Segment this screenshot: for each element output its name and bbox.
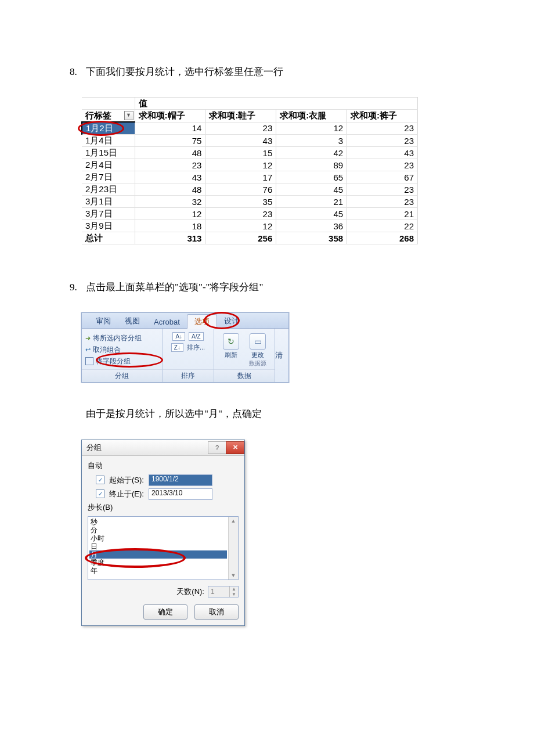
table-row[interactable]: 1月15日48154243 bbox=[82, 147, 418, 159]
start-date-input[interactable]: 1900/1/2 bbox=[149, 474, 212, 486]
pivot-value-cell[interactable]: 23 bbox=[347, 135, 418, 147]
row-date-label[interactable]: 2月23日 bbox=[82, 183, 135, 196]
row-date-label[interactable]: 3月7日 bbox=[82, 208, 135, 220]
end-date-input[interactable]: 2013/3/10 bbox=[149, 488, 212, 500]
pivot-value-cell[interactable]: 23 bbox=[135, 159, 205, 171]
pivot-value-cell[interactable]: 14 bbox=[135, 122, 205, 135]
row-date-label[interactable]: 2月7日 bbox=[82, 171, 135, 183]
pivot-value-cell[interactable]: 23 bbox=[205, 208, 276, 220]
sort-dialog-button[interactable]: 排序... bbox=[187, 343, 205, 352]
table-row[interactable]: 1月4日7543323 bbox=[82, 135, 418, 147]
pivot-value-cell[interactable]: 67 bbox=[347, 171, 418, 183]
cancel-button[interactable]: 取消 bbox=[194, 604, 239, 620]
sort-az-button[interactable]: A↓ bbox=[172, 332, 185, 341]
step-option[interactable]: 月 bbox=[89, 550, 227, 559]
step-option[interactable]: 年 bbox=[89, 567, 227, 575]
dialog-close-button[interactable]: ✕ bbox=[226, 441, 244, 454]
pivot-value-cell[interactable]: 12 bbox=[276, 122, 347, 135]
sort-za-split-button[interactable]: A/Z bbox=[189, 332, 204, 341]
table-row[interactable]: 2月4日23128923 bbox=[82, 159, 418, 171]
ungroup-button[interactable]: ↩取消组合 bbox=[85, 344, 142, 355]
total-1: 256 bbox=[205, 232, 276, 244]
listbox-scrollbar[interactable]: ▲▼ bbox=[228, 517, 238, 579]
change-datasource-button[interactable]: ▭ 更改 数据源 bbox=[246, 332, 270, 368]
pivot-value-cell[interactable]: 32 bbox=[135, 196, 205, 208]
days-spinner[interactable]: 1 ▲▼ bbox=[208, 586, 239, 597]
pivot-value-cell[interactable]: 3 bbox=[276, 135, 347, 147]
pivot-value-cell[interactable]: 12 bbox=[205, 159, 276, 171]
pivot-value-cell[interactable]: 12 bbox=[205, 220, 276, 232]
table-row[interactable]: 3月1日32352123 bbox=[82, 196, 418, 208]
days-value: 1 bbox=[208, 586, 229, 597]
step-9-num: 9. bbox=[70, 279, 86, 295]
tab-review[interactable]: 审阅 bbox=[89, 314, 118, 328]
sort-za-button[interactable]: Z↓ bbox=[171, 343, 183, 352]
refresh-button[interactable]: ↻ 刷新 bbox=[219, 332, 243, 368]
row-date-label[interactable]: 1月2日 bbox=[82, 122, 135, 135]
pivot-value-cell[interactable]: 89 bbox=[276, 159, 347, 171]
row-date-label[interactable]: 1月15日 bbox=[82, 147, 135, 159]
pivot-value-cell[interactable]: 43 bbox=[347, 147, 418, 159]
ribbon-group-label-sort: 排序 bbox=[163, 369, 214, 382]
pivot-value-cell[interactable]: 76 bbox=[205, 183, 276, 196]
ok-button[interactable]: 确定 bbox=[143, 604, 187, 620]
pivot-value-cell[interactable]: 21 bbox=[276, 196, 347, 208]
pivot-value-cell[interactable]: 43 bbox=[205, 135, 276, 147]
step-9-note: 由于是按月统计，所以选中"月"，点确定 bbox=[70, 406, 464, 422]
pivot-value-cell[interactable]: 48 bbox=[135, 147, 205, 159]
row-date-label[interactable]: 1月4日 bbox=[82, 135, 135, 147]
tab-view[interactable]: 视图 bbox=[118, 314, 147, 328]
row-date-label[interactable]: 3月1日 bbox=[82, 196, 135, 208]
pivot-value-cell[interactable]: 36 bbox=[276, 220, 347, 232]
end-checkbox[interactable]: ✓ bbox=[96, 489, 104, 498]
pivot-value-cell[interactable]: 23 bbox=[347, 183, 418, 196]
row-date-label[interactable]: 3月9日 bbox=[82, 220, 135, 232]
step-option[interactable]: 分 bbox=[89, 526, 227, 534]
tab-options[interactable]: 选项 bbox=[187, 314, 217, 329]
pivot-value-cell[interactable]: 17 bbox=[205, 171, 276, 183]
step-option[interactable]: 季度 bbox=[89, 559, 227, 567]
step-option[interactable]: 日 bbox=[89, 542, 227, 550]
pivot-value-cell[interactable]: 35 bbox=[205, 196, 276, 208]
group-selection-button[interactable]: ➜将所选内容分组 bbox=[85, 332, 142, 344]
pivot-value-cell[interactable]: 23 bbox=[347, 196, 418, 208]
group-field-button[interactable]: 将字段分组 bbox=[85, 355, 142, 367]
step-option[interactable]: 秒 bbox=[89, 518, 227, 526]
pivot-value-cell[interactable]: 21 bbox=[347, 208, 418, 220]
pivot-value-cell[interactable]: 12 bbox=[135, 208, 205, 220]
pivot-value-cell[interactable]: 43 bbox=[135, 171, 205, 183]
pivot-value-cell[interactable]: 15 bbox=[205, 147, 276, 159]
step-listbox[interactable]: 秒分小时日月季度年 ▲▼ bbox=[88, 516, 239, 580]
table-row[interactable]: 2月7日43176567 bbox=[82, 171, 418, 183]
pivot-value-cell[interactable]: 22 bbox=[347, 220, 418, 232]
spinner-up-icon[interactable]: ▲ bbox=[230, 586, 238, 592]
row-label-filter-dropdown[interactable]: ▼ bbox=[124, 111, 134, 120]
tab-design[interactable]: 设计 bbox=[217, 314, 246, 328]
pivot-value-cell[interactable]: 75 bbox=[135, 135, 205, 147]
dialog-titlebar: 分组 ? ✕ bbox=[82, 440, 244, 456]
row-date-label[interactable]: 2月4日 bbox=[82, 159, 135, 171]
pivot-value-cell[interactable]: 23 bbox=[347, 159, 418, 171]
step-section-label: 步长(B) bbox=[88, 502, 239, 513]
pivot-value-cell[interactable]: 23 bbox=[205, 122, 276, 135]
pivot-value-cell[interactable]: 18 bbox=[135, 220, 205, 232]
pivot-value-cell[interactable]: 65 bbox=[276, 171, 347, 183]
table-row[interactable]: 1月2日14231223 bbox=[82, 122, 418, 135]
end-label: 终止于(E): bbox=[109, 489, 144, 499]
pivot-value-cell[interactable]: 45 bbox=[276, 208, 347, 220]
start-checkbox[interactable]: ✓ bbox=[96, 476, 104, 484]
datasource-icon: ▭ bbox=[250, 333, 266, 350]
table-row[interactable]: 2月23日48764523 bbox=[82, 183, 418, 196]
pivot-value-cell[interactable]: 48 bbox=[135, 183, 205, 196]
table-row[interactable]: 3月9日18123622 bbox=[82, 220, 418, 232]
step-option[interactable]: 小时 bbox=[89, 534, 227, 542]
step-8-body: 下面我们要按月统计，选中行标签里任意一行 bbox=[86, 66, 283, 77]
spinner-down-icon[interactable]: ▼ bbox=[230, 592, 238, 597]
step-9-body: 点击最上面菜单栏的"选项"-"将字段分组" bbox=[86, 282, 263, 293]
table-row[interactable]: 3月7日12234521 bbox=[82, 208, 418, 220]
pivot-value-cell[interactable]: 45 bbox=[276, 183, 347, 196]
pivot-value-cell[interactable]: 42 bbox=[276, 147, 347, 159]
dialog-help-button[interactable]: ? bbox=[208, 441, 226, 454]
pivot-value-cell[interactable]: 23 bbox=[347, 122, 418, 135]
tab-acrobat[interactable]: Acrobat bbox=[147, 316, 187, 328]
